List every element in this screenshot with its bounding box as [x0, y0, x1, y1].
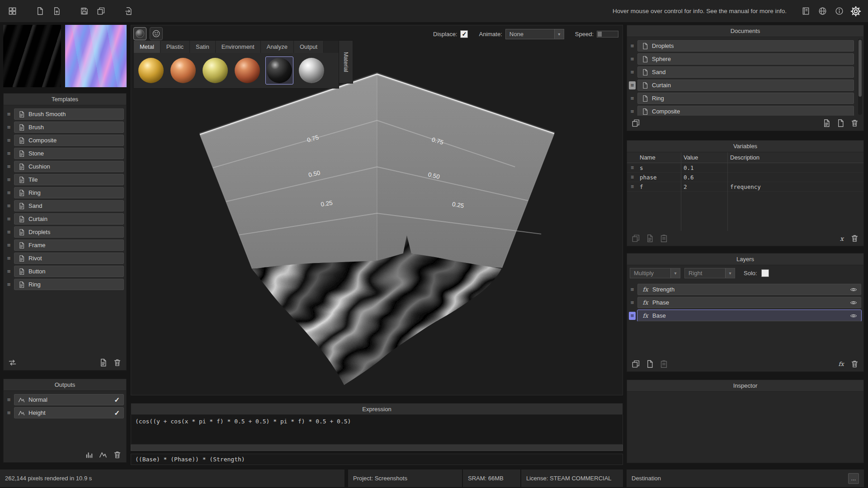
material-sphere[interactable]: [265, 56, 293, 84]
histogram-button[interactable]: [85, 450, 94, 459]
material-tab[interactable]: Plastic: [160, 41, 190, 53]
scrollbar-thumb[interactable]: [859, 40, 862, 97]
delete-variable-button[interactable]: [850, 234, 859, 243]
variable-value[interactable]: 2: [681, 183, 727, 190]
template-item[interactable]: Brush: [5, 122, 124, 133]
drag-handle-icon[interactable]: [629, 164, 636, 171]
variable-row[interactable]: s 0.1: [627, 163, 863, 173]
duplicate-document-button[interactable]: [94, 5, 108, 18]
material-sphere[interactable]: [201, 56, 229, 84]
blend-mode-dropdown[interactable]: Multiply: [630, 268, 680, 278]
drag-handle-icon[interactable]: [5, 215, 12, 223]
copy-variable-button[interactable]: [632, 234, 640, 243]
document-item[interactable]: Sphere: [629, 53, 854, 65]
slider-thumb[interactable]: [598, 32, 602, 37]
material-side-tab[interactable]: Material: [339, 40, 353, 84]
drag-handle-icon[interactable]: [5, 202, 12, 210]
save-document-button[interactable]: [822, 119, 831, 127]
paste-variable-button[interactable]: [660, 234, 668, 243]
export-document-button[interactable]: [122, 5, 135, 18]
drag-handle-icon[interactable]: [5, 228, 12, 236]
curve-button[interactable]: [99, 450, 108, 459]
edit-expression-button[interactable]: [837, 361, 845, 367]
drag-handle-icon[interactable]: [5, 396, 12, 404]
paste-layer-button[interactable]: [660, 360, 668, 368]
drag-handle-icon[interactable]: [5, 110, 12, 118]
solo-checkbox[interactable]: [761, 269, 769, 277]
reload-templates-button[interactable]: [8, 358, 17, 367]
open-document-button[interactable]: [50, 5, 63, 18]
drag-handle-icon[interactable]: [629, 108, 636, 116]
template-item[interactable]: Rivot: [5, 253, 124, 264]
variable-description[interactable]: frequency: [727, 183, 863, 190]
template-item[interactable]: Droplets: [5, 226, 124, 238]
delete-document-button[interactable]: [850, 119, 859, 127]
delete-output-button[interactable]: [113, 450, 122, 459]
drag-handle-icon[interactable]: [5, 163, 12, 171]
template-item[interactable]: Sand: [5, 200, 124, 211]
normal-map-preview[interactable]: [65, 25, 127, 87]
template-item[interactable]: Curtain: [5, 213, 124, 225]
layer-row[interactable]: Base: [629, 310, 861, 321]
material-tab[interactable]: Environment: [216, 41, 261, 53]
variable-value[interactable]: 0.6: [681, 174, 727, 181]
duplicate-layer-button[interactable]: [646, 360, 654, 368]
preview-3d-viewport[interactable]: 0.75 0.50 0.25 0.75 0.50 0.25 Displace:: [131, 25, 623, 395]
template-item[interactable]: Button: [5, 266, 124, 277]
drag-handle-icon[interactable]: [629, 299, 636, 307]
document-item[interactable]: Droplets: [629, 40, 854, 52]
layout-grid-button[interactable]: [5, 5, 19, 18]
shaded-sphere-toggle[interactable]: [133, 27, 146, 40]
delete-template-button[interactable]: [113, 358, 122, 367]
drag-handle-icon[interactable]: [629, 183, 636, 190]
drag-handle-icon[interactable]: [5, 241, 12, 249]
material-sphere[interactable]: [233, 56, 261, 84]
layer-row[interactable]: Phase: [629, 297, 861, 308]
destination-field[interactable]: [665, 473, 844, 484]
layer-row[interactable]: Strength: [629, 284, 861, 295]
enabled-checkmark-icon[interactable]: [114, 396, 120, 404]
drag-handle-icon[interactable]: [5, 409, 12, 417]
document-item[interactable]: Curtain: [629, 80, 854, 91]
duplicate-document-button[interactable]: [632, 119, 640, 127]
new-variable-button[interactable]: [839, 235, 845, 242]
smiley-toggle[interactable]: [150, 27, 163, 40]
variable-row[interactable]: phase 0.6: [627, 173, 863, 182]
template-item[interactable]: Ring: [5, 187, 124, 198]
material-tab[interactable]: Satin: [190, 41, 216, 53]
template-item[interactable]: Ring: [5, 279, 124, 290]
eye-icon[interactable]: [850, 299, 857, 306]
drag-handle-icon[interactable]: [629, 81, 636, 89]
template-item[interactable]: Brush Smooth: [5, 108, 124, 120]
displace-checkbox[interactable]: [460, 30, 468, 38]
material-sphere[interactable]: [137, 56, 165, 84]
drag-handle-icon[interactable]: [629, 174, 636, 181]
drag-handle-icon[interactable]: [629, 42, 636, 50]
eye-icon[interactable]: [850, 286, 857, 293]
eye-icon[interactable]: [850, 312, 857, 319]
new-document-button[interactable]: [836, 119, 845, 127]
drag-handle-icon[interactable]: [629, 312, 636, 320]
save-template-button[interactable]: [99, 358, 108, 367]
material-sphere[interactable]: [297, 56, 326, 84]
settings-gear-button[interactable]: [849, 5, 863, 18]
drag-handle-icon[interactable]: [5, 189, 12, 197]
website-button[interactable]: [816, 5, 829, 18]
document-item[interactable]: Sand: [629, 66, 854, 78]
info-button[interactable]: [832, 5, 846, 18]
drag-handle-icon[interactable]: [5, 254, 12, 263]
template-item[interactable]: Tile: [5, 174, 124, 185]
template-item[interactable]: Cushion: [5, 161, 124, 172]
variable-value[interactable]: 0.1: [681, 164, 727, 171]
drag-handle-icon[interactable]: [629, 68, 636, 76]
material-tab[interactable]: Metal: [134, 41, 160, 53]
variable-name[interactable]: phase: [637, 174, 681, 181]
variable-row[interactable]: f 2 frequency: [627, 182, 863, 192]
browse-destination-button[interactable]: ...: [848, 473, 859, 484]
material-tab[interactable]: Analyze: [261, 41, 294, 53]
document-item[interactable]: Ring: [629, 93, 854, 104]
template-item[interactable]: Composite: [5, 135, 124, 146]
direction-dropdown[interactable]: Right: [684, 268, 735, 278]
drag-handle-icon[interactable]: [5, 150, 12, 158]
enabled-checkmark-icon[interactable]: [114, 409, 120, 417]
